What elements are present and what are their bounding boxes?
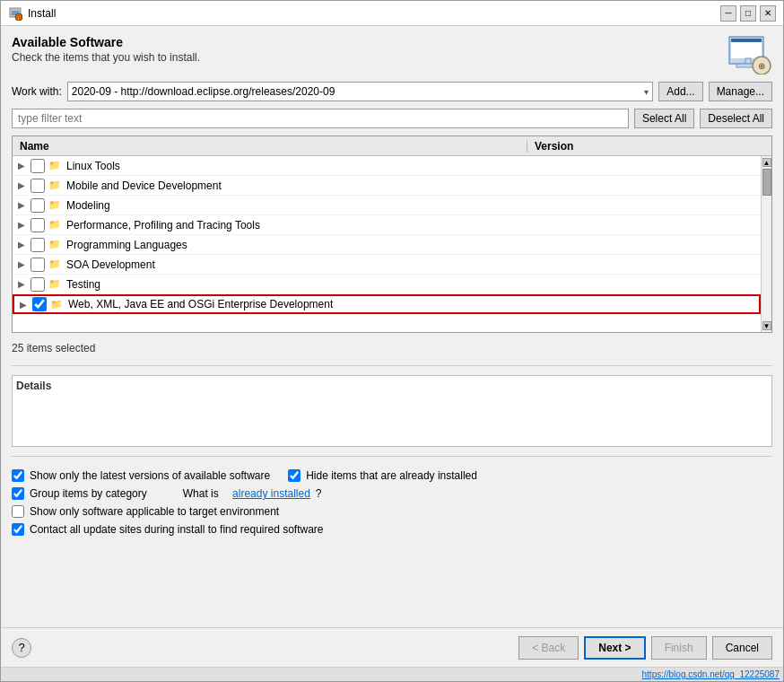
table-body-wrapper: ▶ 📁 Linux Tools ▶ 📁 Mobile and Device De… [13,156,771,332]
expand-icon[interactable]: ▶ [13,240,27,249]
filter-input[interactable] [12,109,629,128]
close-button[interactable]: ✕ [760,5,776,22]
hide-installed-checkbox[interactable] [288,469,301,482]
table-row[interactable]: ▶ 📁 Performance, Profiling and Tracing T… [13,215,761,235]
filter-select-row: Select All Deselect All [12,109,772,128]
contact-sites-label: Contact all update sites during install … [30,523,324,536]
column-header-version: Version [527,140,761,153]
row-checkbox[interactable] [30,218,45,232]
row-checkbox[interactable] [32,297,47,311]
svg-text:↓: ↓ [17,15,20,21]
row-checkbox[interactable] [30,258,45,272]
software-table: Name Version ▶ 📁 Linux Tools [12,136,772,333]
options-row-2: Group items by category What is already … [12,487,772,500]
next-button[interactable]: Next > [584,636,645,660]
row-checkbox[interactable] [30,179,45,193]
cancel-button[interactable]: Cancel [712,636,772,660]
table-row[interactable]: ▶ 📁 SOA Development [13,255,761,275]
expand-icon[interactable]: ▶ [13,220,27,230]
folder-icon: 📁 [48,239,66,250]
options-row-3: Show only software applicable to target … [12,505,772,518]
table-row[interactable]: ▶ 📁 Mobile and Device Development [13,176,761,196]
scroll-down-button[interactable]: ▼ [762,321,771,330]
back-button[interactable]: < Back [518,636,579,660]
options-section: Show only the latest versions of availab… [12,466,772,539]
row-checkbox[interactable] [30,238,45,252]
svg-rect-6 [731,39,762,42]
table-row[interactable]: ▶ 📁 Testing [13,275,761,294]
expand-icon[interactable]: ▶ [14,300,29,310]
separator [12,365,772,366]
title-bar-left: ↓ Install [8,6,56,21]
option-hide-installed: Hide items that are already installed [288,469,477,482]
expand-icon[interactable]: ▶ [13,200,27,210]
table-scroll[interactable]: ▶ 📁 Linux Tools ▶ 📁 Mobile and Device De… [13,156,761,332]
option-show-applicable: Show only software applicable to target … [12,505,279,518]
expand-icon[interactable]: ▶ [13,161,27,170]
folder-icon: 📁 [48,179,66,191]
option-group-category: Group items by category [12,487,147,500]
folder-icon: 📁 [50,299,68,310]
work-with-label: Work with: [12,85,62,98]
table-row[interactable]: ▶ 📁 Modeling [13,196,761,215]
svg-rect-7 [745,58,751,64]
maximize-button[interactable]: □ [740,5,756,22]
deselect-all-button[interactable]: Deselect All [700,109,772,128]
add-button[interactable]: Add... [658,82,702,101]
row-label: Testing [66,278,527,291]
row-label: SOA Development [66,258,527,271]
contact-sites-checkbox[interactable] [12,523,24,536]
already-installed-suffix: ? [316,487,322,500]
table-row-selected[interactable]: ▶ 📁 Web, XML, Java EE and OSGi Enterpris… [13,294,761,314]
bottom-left: ? [12,638,31,658]
options-row-4: Contact all update sites during install … [12,523,772,536]
finish-button[interactable]: Finish [651,636,707,660]
watermark-text: https://blog.csdn.net/qq_12225087 [642,669,780,679]
scroll-up-button[interactable]: ▲ [762,158,771,167]
scroll-thumb[interactable] [762,169,771,196]
table-row[interactable]: ▶ 📁 Linux Tools [13,156,761,176]
hide-installed-label: Hide items that are already installed [306,469,477,482]
work-with-combo[interactable]: 2020-09 - http://download.eclipse.org/re… [67,82,653,101]
row-label: Performance, Profiling and Tracing Tools [66,219,527,232]
group-category-checkbox[interactable] [12,487,24,500]
install-window: ↓ Install ─ □ ✕ Available Software Check… [0,0,784,682]
options-row-1: Show only the latest versions of availab… [12,469,772,482]
expand-icon[interactable]: ▶ [13,279,27,289]
bottom-bar: ? < Back Next > Finish Cancel [1,627,783,667]
group-category-label: Group items by category [30,487,147,500]
details-label: Details [16,380,768,392]
row-label: Modeling [66,199,527,212]
details-section: Details [12,375,772,447]
select-all-button[interactable]: Select All [634,109,694,128]
manage-button[interactable]: Manage... [709,82,772,101]
expand-icon[interactable]: ▶ [13,180,27,190]
show-applicable-checkbox[interactable] [12,505,24,518]
row-label: Linux Tools [66,160,527,172]
folder-icon: 📁 [48,258,66,270]
expand-icon[interactable]: ▶ [13,259,27,269]
page-title: Available Software [12,35,200,49]
row-checkbox[interactable] [30,277,45,292]
table-row[interactable]: ▶ 📁 Programming Languages [13,235,761,255]
already-installed-link[interactable]: already installed [232,487,310,500]
column-header-name: Name [13,140,527,153]
what-is-label: What is [183,487,219,500]
content-area: Available Software Check the items that … [1,26,783,627]
work-with-row: Work with: 2020-09 - http://download.ecl… [12,82,772,101]
window-title: Install [28,7,56,20]
row-checkbox[interactable] [30,159,45,173]
show-latest-label: Show only the latest versions of availab… [30,469,270,482]
help-button[interactable]: ? [12,638,31,658]
table-scrollbar[interactable]: ▲ ▼ [761,156,771,332]
show-applicable-label: Show only software applicable to target … [30,505,279,518]
folder-icon: 📁 [48,160,66,171]
header-section: Available Software Check the items that … [12,35,772,74]
combo-arrow-icon: ▾ [644,87,649,97]
work-with-value: 2020-09 - http://download.eclipse.org/re… [72,85,644,98]
minimize-button[interactable]: ─ [720,5,736,22]
row-label: Mobile and Device Development [66,179,527,192]
title-bar-controls: ─ □ ✕ [720,5,776,22]
show-latest-checkbox[interactable] [12,469,24,482]
row-checkbox[interactable] [30,198,45,213]
